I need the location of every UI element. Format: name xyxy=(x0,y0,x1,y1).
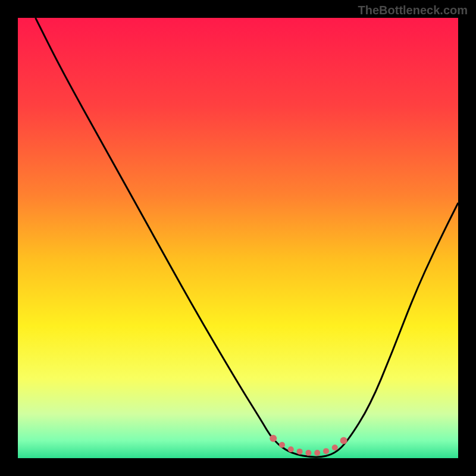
optimal-marker xyxy=(340,437,347,444)
optimal-marker xyxy=(332,444,338,450)
optimal-marker xyxy=(323,448,329,454)
optimal-marker xyxy=(305,450,311,456)
optimal-marker xyxy=(288,446,294,452)
curve-layer xyxy=(18,18,458,458)
chart-plot-area xyxy=(18,18,458,458)
watermark-text: TheBottleneck.com xyxy=(358,4,468,17)
optimal-marker xyxy=(297,449,303,455)
bottleneck-curve xyxy=(36,18,458,457)
optimal-marker xyxy=(314,450,320,456)
optimal-marker xyxy=(270,435,277,442)
optimal-marker xyxy=(279,442,285,448)
